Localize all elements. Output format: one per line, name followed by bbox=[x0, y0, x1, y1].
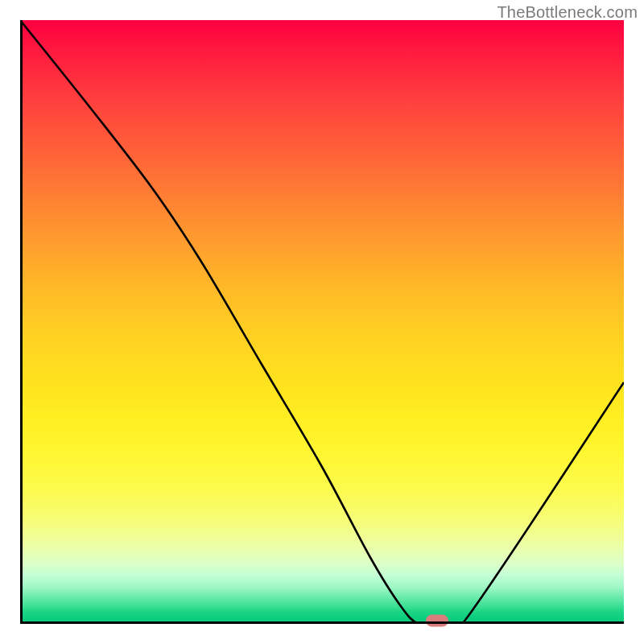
plot-area bbox=[20, 20, 624, 624]
chart-stage: TheBottleneck.com bbox=[0, 0, 644, 644]
watermark-text: TheBottleneck.com bbox=[497, 3, 638, 22]
background-gradient bbox=[20, 20, 624, 624]
